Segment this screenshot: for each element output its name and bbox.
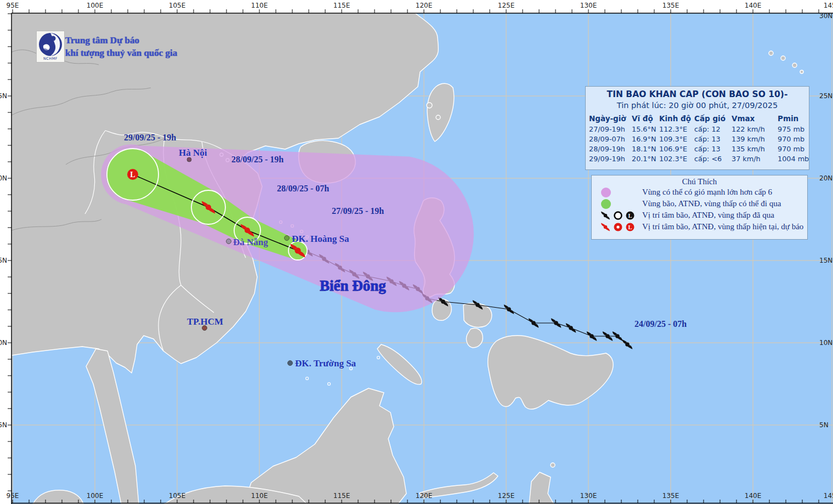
lon-tick-label-bottom: 135E: [662, 492, 679, 500]
map-label-city-danang: Đà Nẵng: [233, 237, 268, 247]
small-island: [781, 56, 785, 60]
map-label-date-24-07: 24/09/25 - 07h: [634, 319, 687, 329]
map-label-date-27-19: 27/09/25 - 19h: [332, 206, 384, 216]
bulletin-cell: 106.9°E: [659, 144, 694, 154]
lon-tick-label-bottom: 140E: [745, 492, 762, 500]
bulletin-cell: 970 mb: [778, 134, 807, 144]
lat-tick-label-left: 5N: [0, 421, 7, 429]
lon-tick-label-top: 110E: [251, 2, 268, 9]
lat-tick-label-left: 15N: [0, 257, 7, 264]
typhoon-forecast-map: L 29/09/25 - 19h28/09/25 - 19h28/09/25 -…: [0, 0, 833, 504]
bulletin-cell: 139 km/h: [732, 134, 778, 144]
bulletin-cell: 28/09-07h: [589, 134, 632, 144]
island-truongsa-dot: [288, 361, 293, 366]
legend-box: Chú Thích Vùng có thể có gió mạnh lớn hơ…: [591, 175, 808, 240]
legend-rows: Vùng có thể có gió mạnh lớn hơn cấp 6Vùn…: [592, 186, 807, 233]
bulletin-cell: 109.3°E: [659, 134, 694, 144]
lon-tick-label-bottom: 145E: [824, 492, 833, 500]
bulletin-column-header: Cấp gió: [694, 113, 732, 124]
lon-tick-label-bottom: 125E: [498, 492, 515, 500]
storm-bulletin-box: TIN BAO KHAN CAP (CON BAO SO 10)- Tin ph…: [585, 86, 809, 170]
bulletin-table: Ngày-giờVĩ độKinh độCấp gióVmaxPmin27/09…: [589, 113, 809, 163]
legend-item-label: Vùng có thể có gió mạnh lớn hơn cấp 6: [642, 188, 772, 197]
lat-tick-label-right: 15N: [819, 257, 832, 264]
agency-name-line1: Trung tâm Dự báo: [65, 34, 177, 47]
map-label-city-tphcm: TP.HCM: [187, 316, 223, 327]
lon-tick-label-top: 145E: [824, 2, 833, 9]
past-position-icons: L: [599, 210, 638, 221]
bulletin-column-header: Vmax: [732, 113, 778, 124]
lon-tick-label-bottom: 110E: [251, 492, 268, 500]
legend-item-label: Vùng bão, ATNĐ, vùng thấp có thể đi qua: [642, 199, 781, 208]
lat-tick-label-left: 20N: [0, 174, 7, 182]
bulletin-column-header: Vĩ độ: [632, 113, 659, 124]
bulletin-cell: cấp: 12: [694, 124, 732, 134]
forecast-position-icons: L: [599, 222, 638, 233]
bulletin-cell: 18.1°N: [632, 144, 659, 154]
map-label-date-28-07: 28/09/25 - 07h: [277, 184, 329, 193]
small-island: [551, 463, 555, 467]
green-area-icon: [599, 199, 614, 209]
bulletin-cell: 975 mb: [778, 124, 807, 134]
nchmf-logo-text: NCHMF: [37, 56, 64, 61]
svg-text:L: L: [628, 212, 632, 218]
bulletin-cell: 970 mb: [778, 144, 807, 154]
small-island: [800, 70, 803, 73]
bulletin-cell: cấp: 13: [694, 134, 732, 144]
bulletin-title: TIN BAO KHAN CAP (CON BAO SO 10)-: [586, 89, 809, 99]
map-canvas: L 29/09/25 - 19h28/09/25 - 19h28/09/25 -…: [0, 0, 833, 504]
bulletin-cell: cấp: <6: [694, 154, 732, 163]
lon-tick-label-top: 115E: [333, 2, 350, 9]
bulletin-cell: 15.6°N: [632, 124, 659, 134]
island-hoangsa-dot: [285, 236, 290, 241]
lon-tick-label-top: 125E: [498, 2, 515, 9]
map-label-island-hoangsa: ĐK. Hoàng Sa: [292, 234, 349, 244]
map-label-date-28-19: 28/09/25 - 19h: [231, 155, 284, 164]
lon-tick-label-top: 105E: [169, 2, 186, 9]
lat-tick-label-right: 25N: [819, 92, 832, 100]
bulletin-cell: 37 km/h: [732, 154, 778, 163]
agency-name-line2: khí tượng thuỷ văn quốc gia: [65, 47, 177, 59]
lat-tick-label-right: 20N: [819, 174, 832, 182]
lon-tick-label-bottom: 105E: [169, 492, 186, 500]
lat-tick-label-right: 5N: [819, 421, 829, 429]
city-danang-dot: [226, 239, 231, 244]
low-pressure-letter: L: [130, 171, 135, 179]
bulletin-cell: 27/09-19h: [589, 124, 632, 134]
lon-tick-label-top: 135E: [662, 2, 679, 9]
bulletin-cell: 1004 mb: [778, 154, 807, 163]
bulletin-cell: 29/09-19h: [589, 154, 632, 163]
legend-item-label: Vị trí tâm bão, ATNĐ, vùng thấp hiện tại…: [642, 222, 803, 231]
lon-tick-label-bottom: 120E: [416, 492, 433, 500]
lat-tick-label-right: 10N: [819, 339, 832, 347]
legend-item: Vùng có thể có gió mạnh lớn hơn cấp 6: [599, 186, 807, 198]
lon-tick-label-top: 140E: [745, 2, 762, 9]
legend-item-label: Vị trí tâm bão, ATNĐ, vùng thấp đã qua: [642, 211, 774, 220]
lon-tick-label-top: 95E: [7, 2, 19, 9]
small-island: [769, 51, 773, 55]
nchmf-logo-icon: [37, 31, 64, 58]
bulletin-cell: 112.3°E: [659, 124, 694, 134]
lon-tick-label-bottom: 115E: [333, 492, 350, 500]
bulletin-cell: 20.1°N: [632, 154, 659, 163]
map-label-island-truongsa: ĐK. Trường Sa: [295, 358, 356, 369]
lon-tick-label-top: 120E: [416, 2, 433, 9]
lon-tick-label-bottom: 95E: [7, 492, 19, 500]
nchmf-logo: NCHMF: [36, 31, 65, 63]
map-label-city-hanoi: Hà Nội: [179, 148, 207, 158]
bulletin-cell: 102.3°E: [659, 154, 694, 163]
lon-tick-label-top: 130E: [580, 2, 597, 9]
lon-tick-label-top: 100E: [87, 2, 104, 9]
bulletin-issued-time: Tin phát lúc: 20 giờ 00 phút, 27/09/2025: [586, 101, 809, 110]
lon-tick-label-bottom: 100E: [87, 492, 104, 500]
lat-tick-label-left: 10N: [0, 339, 7, 347]
lat-tick-label-right: 30N: [819, 12, 832, 20]
visayas-island-3: [466, 329, 483, 348]
map-label-date-29-19: 29/09/25 - 19h: [124, 133, 176, 142]
bulletin-cell: cấp: 13: [694, 144, 732, 154]
bulletin-cell: 16.9°N: [632, 134, 659, 144]
city-hanoi-dot: [187, 157, 191, 162]
svg-text:L: L: [628, 224, 632, 230]
bulletin-cell: 135 km/h: [732, 144, 778, 154]
map-label-sea-biendong: Biển Đông: [320, 278, 386, 294]
